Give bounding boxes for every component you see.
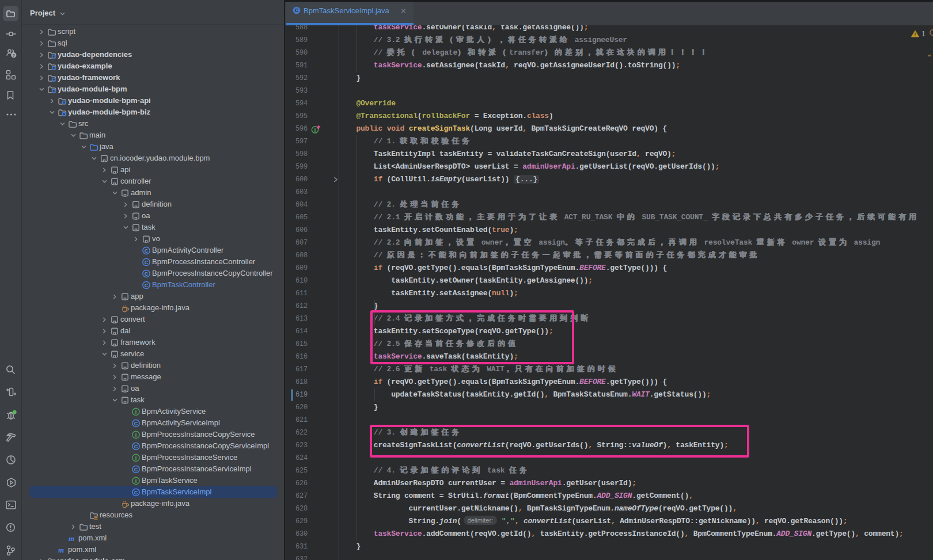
svg-text:?: ? — [13, 54, 15, 58]
svg-text:C: C — [134, 467, 138, 473]
svg-text:I: I — [314, 127, 316, 133]
svg-text:C: C — [134, 421, 138, 426]
svg-text:C: C — [134, 490, 138, 496]
svg-text:C: C — [145, 248, 149, 254]
svg-text:C: C — [145, 283, 149, 288]
svg-text:I: I — [135, 432, 137, 438]
svg-text:I: I — [135, 455, 137, 461]
svg-text:I: I — [135, 478, 137, 484]
svg-text:C: C — [145, 260, 149, 265]
svg-text:m: m — [69, 534, 74, 543]
svg-text:I: I — [135, 409, 137, 415]
svg-text:C: C — [295, 7, 299, 13]
svg-text:C: C — [134, 444, 138, 449]
svg-text:m: m — [58, 546, 64, 554]
svg-text:C: C — [145, 271, 149, 277]
